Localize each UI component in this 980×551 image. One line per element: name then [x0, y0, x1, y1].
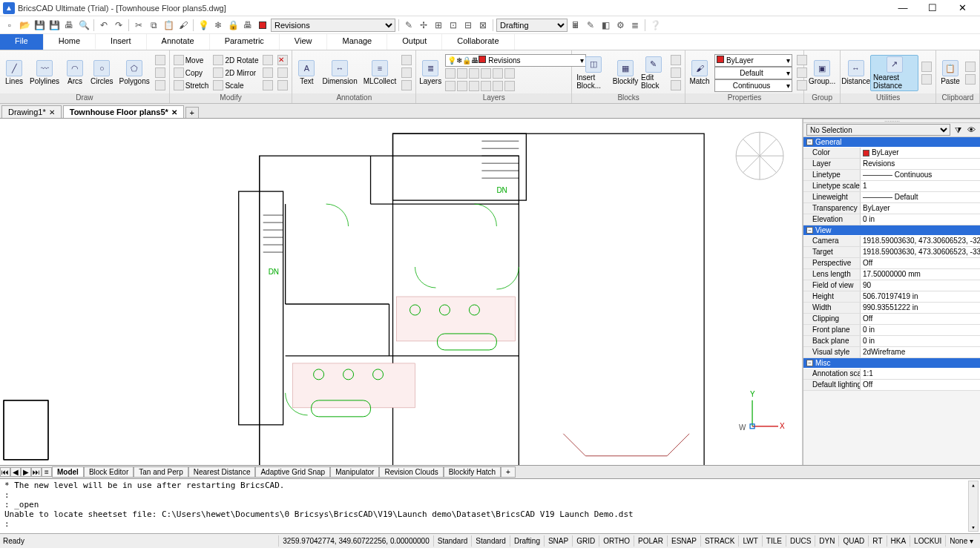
layer-btn-10[interactable]	[481, 81, 491, 91]
layout-tab-tan-and-perp[interactable]: Tan and Perp	[134, 466, 188, 478]
status-toggle-strack[interactable]: STRACK	[700, 535, 739, 547]
tool-2dmirror[interactable]: 2D Mirror	[211, 67, 260, 79]
layer-btn-2[interactable]	[457, 68, 467, 79]
freeze-icon[interactable]: ❄	[211, 19, 225, 32]
status-toggle-lockui[interactable]: LOCKUI	[910, 535, 945, 547]
maximize-button[interactable]: ☐	[918, 1, 947, 16]
tool-paste[interactable]: 📋Paste	[938, 59, 962, 86]
close-tab-icon[interactable]: ✕	[49, 108, 55, 116]
layer-btn-7[interactable]	[445, 81, 456, 91]
command-line[interactable]: * The new level will be in use after res…	[0, 478, 980, 533]
tab-manage[interactable]: Manage	[327, 34, 387, 50]
prop-row[interactable]: LayerRevisions	[803, 159, 980, 170]
prop-row[interactable]: Front plane0 in	[803, 325, 980, 336]
layer-btn-8[interactable]	[457, 81, 467, 91]
ann-extra-3[interactable]	[400, 79, 413, 92]
tab-output[interactable]: Output	[387, 34, 442, 50]
tool-layers[interactable]: ≣Layers	[418, 59, 442, 86]
status-toggle-ducs[interactable]: DUCS	[786, 535, 815, 547]
modify-extra-3[interactable]	[261, 79, 274, 92]
pencil-icon[interactable]: ✎	[584, 19, 597, 32]
tab-home[interactable]: Home	[44, 34, 96, 50]
tool-stretch[interactable]: Stretch	[172, 79, 211, 92]
layer-swatch-icon[interactable]	[256, 19, 269, 32]
redo-icon[interactable]: ↷	[112, 19, 125, 32]
prop-section-general[interactable]: −General	[803, 137, 980, 148]
cut-icon[interactable]: ✂	[132, 19, 145, 32]
layer-dropdown[interactable]: Revisions	[271, 19, 395, 32]
combo-lineweight[interactable]: Default▾	[714, 67, 792, 79]
status-toggle-snap[interactable]: SNAP	[544, 535, 572, 547]
minimize-button[interactable]: —	[888, 1, 918, 16]
layout-tab-nearest-distance[interactable]: Nearest Distance	[188, 466, 256, 478]
draw-extra-2[interactable]	[154, 67, 167, 79]
modify-extra-4[interactable]: ✕	[276, 54, 289, 67]
tool-dimension[interactable]: ↔Dimension	[320, 59, 359, 86]
eraser-icon[interactable]: ◧	[599, 19, 612, 32]
paste-icon[interactable]: 📋	[162, 19, 175, 32]
help-icon[interactable]: ❔	[648, 19, 662, 32]
tab-annotate[interactable]: Annotate	[147, 34, 210, 50]
plot-icon[interactable]: 🖶	[241, 19, 254, 32]
layers-icon[interactable]: ≣	[628, 19, 642, 32]
prop-row[interactable]: Camera1918.59003630, 473.30606523, -32.2…	[803, 236, 980, 247]
prop-row[interactable]: Annotation scale1:1	[803, 369, 980, 380]
prop-row[interactable]: Linetype scale1	[803, 181, 980, 192]
tool-text[interactable]: AText	[295, 59, 318, 86]
prop-row[interactable]: Back plane0 in	[803, 336, 980, 347]
tool-f-icon[interactable]: ⊠	[476, 19, 490, 32]
status-toggle-hka[interactable]: HKA	[887, 535, 910, 547]
layer-btn-1[interactable]	[445, 68, 456, 79]
tool-match[interactable]: 🖌Match	[688, 59, 711, 86]
blocks-extra-2[interactable]	[669, 67, 683, 79]
add-layout-button[interactable]: +	[501, 466, 516, 478]
prop-row[interactable]: Lineweight———— Default	[803, 192, 980, 203]
tool-blockify[interactable]: ▦Blockify	[614, 59, 637, 86]
tool-editblock[interactable]: ✎Edit Block	[639, 56, 668, 90]
workspace-dropdown[interactable]: Drafting	[496, 19, 568, 32]
nav-last-icon[interactable]: ⏭	[31, 467, 42, 477]
layout-tab-revision-clouds[interactable]: Revision Clouds	[379, 466, 443, 478]
status-toggle-drafting[interactable]: Drafting	[510, 535, 544, 547]
tool-2drotate[interactable]: 2D Rotate	[211, 54, 260, 67]
tab-insert[interactable]: Insert	[96, 34, 147, 50]
prop-row[interactable]: Height506.70197419 in	[803, 291, 980, 303]
prop-row[interactable]: Field of view90	[803, 280, 980, 291]
tool-b-icon[interactable]: ✢	[417, 19, 430, 32]
layout-tab-manipulator[interactable]: Manipulator	[330, 466, 379, 478]
print-icon[interactable]: 🖶	[62, 19, 76, 32]
tool-lines[interactable]: ╱Lines	[2, 59, 26, 86]
status-toggle-grid[interactable]: GRID	[572, 535, 599, 547]
calc-icon[interactable]: 🖩	[569, 19, 582, 32]
layout-tab-block-editor[interactable]: Block Editor	[84, 466, 134, 478]
layer-btn-12[interactable]	[504, 81, 515, 91]
tool-d-icon[interactable]: ⊡	[447, 19, 460, 32]
status-toggle-dyn[interactable]: DYN	[815, 535, 838, 547]
prop-row[interactable]: ColorByLayer	[803, 148, 980, 159]
lock-icon[interactable]: 🔒	[226, 19, 240, 32]
prop-row[interactable]: Lens length17.50000000 mm	[803, 269, 980, 280]
status-toggle-none[interactable]: None ▾	[945, 535, 977, 547]
util-extra-2[interactable]	[920, 73, 933, 85]
close-tab-icon[interactable]: ✕	[171, 108, 177, 116]
tool-polygons[interactable]: ⬠Polygons	[117, 59, 152, 86]
layer-btn-11[interactable]	[493, 81, 503, 91]
tool-nearestdistance[interactable]: ↗Nearest Distance	[870, 55, 918, 91]
prop-row[interactable]: Linetype———— Continuous	[803, 170, 980, 181]
nav-next-icon[interactable]: ▶	[21, 467, 31, 477]
tab-view[interactable]: View	[280, 34, 328, 50]
ann-extra-2[interactable]	[400, 67, 413, 79]
prop-section-misc[interactable]: −Misc	[803, 358, 980, 369]
preview-icon[interactable]: 🔍	[77, 19, 91, 32]
prop-row[interactable]: ClippingOff	[803, 314, 980, 325]
tool-e-icon[interactable]: ⊟	[461, 19, 475, 32]
status-toggle-quad[interactable]: QUAD	[838, 535, 868, 547]
status-toggle-polar[interactable]: POLAR	[634, 535, 667, 547]
layer-btn-9[interactable]	[469, 81, 479, 91]
layer-btn-5[interactable]	[493, 68, 503, 79]
prop-row[interactable]: TransparencyByLayer	[803, 203, 980, 214]
save-icon[interactable]: 💾	[33, 19, 46, 32]
layer-btn-6[interactable]	[504, 68, 515, 79]
tool-c-icon[interactable]: ⊞	[432, 19, 445, 32]
open-icon[interactable]: 📂	[18, 19, 31, 32]
